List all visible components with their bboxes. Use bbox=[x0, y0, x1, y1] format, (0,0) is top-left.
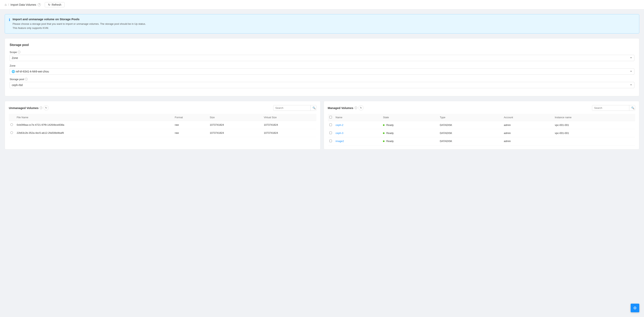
unmanaged-col-filename: File Name bbox=[15, 114, 173, 121]
info-banner: ℹ Import and unmanage volume on Storage … bbox=[5, 14, 639, 34]
unmanaged-table-row: 0cb099aa-cc7e-4721-97f9-14264bce838a raw… bbox=[9, 121, 316, 129]
unmanaged-table-row: 22b63c2b-352a-4ec5-ab12-2fa508d4baf9 raw… bbox=[9, 129, 316, 137]
managed-row-name-link[interactable]: ceph-2 bbox=[336, 124, 344, 127]
managed-row-checkbox-cell[interactable] bbox=[328, 121, 334, 129]
storage-pool-card: Storage pool Scope i Zone Zone 🌐 ref-trl… bbox=[5, 38, 639, 96]
managed-info-icon[interactable]: i bbox=[354, 106, 357, 109]
scope-field: Scope i Zone bbox=[10, 51, 634, 61]
unmanaged-search-button[interactable]: 🔍 bbox=[310, 105, 316, 111]
unmanaged-row-radio-cell[interactable] bbox=[9, 129, 15, 137]
managed-col-account: Account bbox=[502, 114, 553, 121]
managed-row-state-text: Ready bbox=[386, 132, 394, 135]
managed-row-checkbox[interactable] bbox=[329, 132, 332, 134]
unmanaged-table: File Name Format Size Virtual Size 0cb09… bbox=[9, 114, 316, 137]
pool-field: Storage pool i ceph-rbd bbox=[10, 78, 634, 88]
managed-panel-title: Managed Volumes i ↻ bbox=[328, 105, 364, 110]
managed-row-checkbox-cell[interactable] bbox=[328, 137, 334, 145]
managed-row-state: Ready bbox=[382, 129, 438, 137]
main-content: ℹ Import and unmanage volume on Storage … bbox=[0, 10, 644, 154]
zone-select[interactable]: ref-trl-6341-k-Mr8-wei-zhou bbox=[10, 68, 634, 75]
managed-col-name: Name bbox=[334, 114, 382, 121]
managed-col-type: Type bbox=[438, 114, 502, 121]
scope-label: Scope i bbox=[10, 51, 634, 54]
managed-search-box: 🔍 bbox=[592, 105, 635, 111]
managed-panel-header: Managed Volumes i ↻ 🔍 bbox=[328, 105, 635, 111]
managed-row-account: admin bbox=[502, 137, 553, 145]
info-banner-line2: This feature only supports KVM. bbox=[12, 27, 49, 30]
unmanaged-row-virtual-size: 1073741824 bbox=[262, 129, 316, 137]
managed-col-state: State bbox=[382, 114, 438, 121]
managed-col-check bbox=[328, 114, 334, 121]
managed-col-instance: Instance name bbox=[553, 114, 635, 121]
status-dot bbox=[383, 132, 384, 134]
unmanaged-row-format: raw bbox=[173, 121, 208, 129]
managed-row-state-text: Ready bbox=[386, 140, 394, 143]
unmanaged-row-radio-cell[interactable] bbox=[9, 121, 15, 129]
refresh-label: Refresh bbox=[52, 3, 61, 6]
managed-row-name[interactable]: image2 bbox=[334, 137, 382, 145]
managed-row-instance: vpc-001-001 bbox=[553, 129, 635, 137]
scope-select[interactable]: Zone bbox=[10, 55, 634, 61]
pool-select[interactable]: ceph-rbd bbox=[10, 82, 634, 88]
home-icon[interactable]: ⌂ bbox=[5, 3, 7, 7]
unmanaged-row-size: 1073741824 bbox=[208, 121, 262, 129]
managed-row-type: DATADISK bbox=[438, 121, 502, 129]
unmanaged-info-icon[interactable]: i bbox=[40, 106, 42, 109]
managed-row-checkbox[interactable] bbox=[329, 124, 332, 126]
unmanaged-row-size: 1073741824 bbox=[208, 129, 262, 137]
zone-label: Zone bbox=[10, 64, 634, 67]
managed-row-instance bbox=[553, 137, 635, 145]
managed-row-name-link[interactable]: image2 bbox=[336, 140, 344, 143]
pool-label: Storage pool i bbox=[10, 78, 634, 81]
pool-info-icon[interactable]: i bbox=[25, 78, 28, 81]
managed-row-name[interactable]: ceph-2 bbox=[334, 121, 382, 129]
unmanaged-col-size: Size bbox=[208, 114, 262, 121]
breadcrumb-separator: / bbox=[8, 3, 9, 6]
unmanaged-panel-title: Unmanaged Volumes i ↻ bbox=[9, 105, 49, 110]
help-icon[interactable]: ? bbox=[38, 3, 41, 6]
managed-search-button[interactable]: 🔍 bbox=[629, 105, 635, 111]
unmanaged-row-filename: 0cb099aa-cc7e-4721-97f9-14264bce838a bbox=[15, 121, 173, 129]
info-banner-line1: Please choose a storage pool that you wa… bbox=[12, 22, 146, 25]
unmanaged-col-format: Format bbox=[173, 114, 208, 121]
status-dot bbox=[383, 140, 384, 142]
unmanaged-row-format: raw bbox=[173, 129, 208, 137]
refresh-icon: ↻ bbox=[48, 3, 50, 6]
unmanaged-search-box: 🔍 bbox=[273, 105, 316, 111]
managed-row-state: Ready bbox=[382, 121, 438, 129]
managed-row-name-link[interactable]: ceph-3 bbox=[336, 132, 344, 135]
managed-table-row: ceph-2 Ready DATADISK admin vpc-001-001 bbox=[328, 121, 635, 129]
unmanaged-col-select bbox=[9, 114, 15, 121]
unmanaged-search-input[interactable] bbox=[274, 105, 310, 111]
managed-row-checkbox-cell[interactable] bbox=[328, 129, 334, 137]
storage-pool-title: Storage pool bbox=[10, 43, 634, 47]
unmanaged-row-virtual-size: 1073741824 bbox=[262, 121, 316, 129]
unmanaged-row-radio[interactable] bbox=[10, 131, 13, 134]
managed-table-row: ceph-3 Ready DATADISK admin vpc-001-001 bbox=[328, 129, 635, 137]
top-bar: ⌂ / Import Data Volumes ? ↻ Refresh bbox=[0, 0, 644, 10]
status-dot bbox=[383, 124, 384, 126]
info-text: Import and unmanage volume on Storage Po… bbox=[12, 18, 146, 30]
zone-field: Zone 🌐 ref-trl-6341-k-Mr8-wei-zhou bbox=[10, 64, 634, 75]
managed-row-type: DATADISK bbox=[438, 137, 502, 145]
breadcrumb: ⌂ / Import Data Volumes ? bbox=[5, 3, 41, 7]
managed-row-name[interactable]: ceph-3 bbox=[334, 129, 382, 137]
managed-select-all-checkbox[interactable] bbox=[329, 116, 332, 118]
settings-button[interactable]: ⚙ bbox=[631, 304, 639, 312]
managed-search-input[interactable] bbox=[592, 105, 629, 111]
refresh-button[interactable]: ↻ Refresh bbox=[45, 2, 64, 7]
managed-panel: Managed Volumes i ↻ 🔍 Name Stat bbox=[324, 101, 640, 149]
managed-row-state: Ready bbox=[382, 137, 438, 145]
zone-select-wrapper: 🌐 ref-trl-6341-k-Mr8-wei-zhou bbox=[10, 68, 634, 75]
managed-row-checkbox[interactable] bbox=[329, 140, 332, 142]
info-icon: ℹ bbox=[9, 18, 10, 22]
scope-info-icon[interactable]: i bbox=[18, 51, 20, 54]
managed-row-account: admin bbox=[502, 121, 553, 129]
managed-table: Name State Type Account Instance name ce… bbox=[328, 114, 635, 145]
unmanaged-row-radio[interactable] bbox=[10, 123, 13, 126]
managed-table-row: image2 Ready DATADISK admin bbox=[328, 137, 635, 145]
unmanaged-refresh-button[interactable]: ↻ bbox=[44, 105, 49, 110]
panels-row: Unmanaged Volumes i ↻ 🔍 File Name Format… bbox=[5, 101, 639, 149]
managed-row-instance: vpc-001-001 bbox=[553, 121, 635, 129]
managed-refresh-button[interactable]: ↻ bbox=[358, 105, 364, 110]
